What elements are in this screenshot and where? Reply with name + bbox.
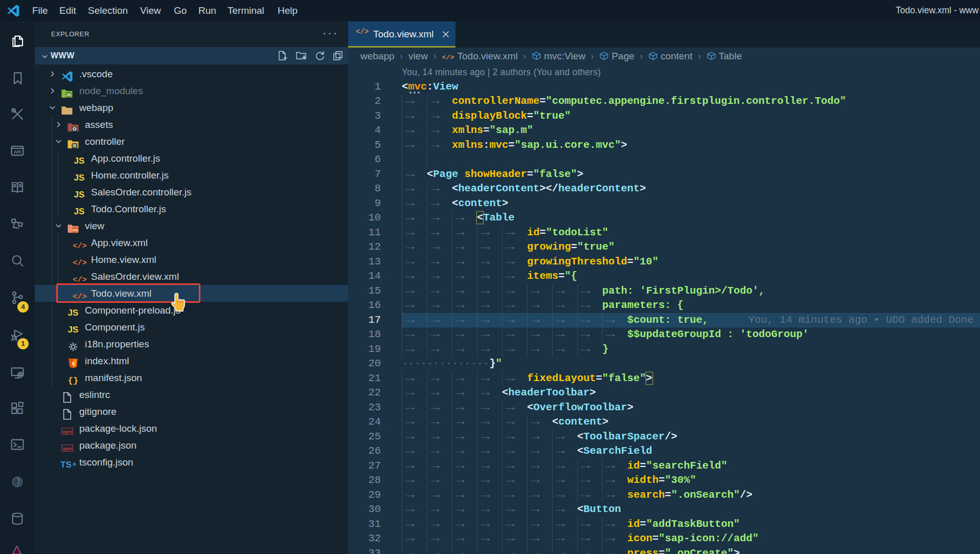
svg-text:5: 5 <box>72 361 74 366</box>
svg-text:npm: npm <box>62 446 72 451</box>
svg-text:<>: <> <box>73 228 78 233</box>
svg-text:API: API <box>14 149 21 154</box>
svg-text:npm: npm <box>62 429 72 434</box>
svg-text:JS: JS <box>66 93 71 97</box>
